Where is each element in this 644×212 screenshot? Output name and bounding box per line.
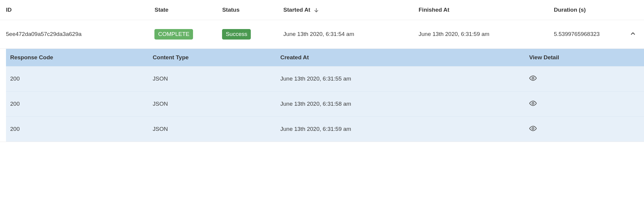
cell-content-type: JSON xyxy=(153,116,280,142)
col-header-content-type[interactable]: Content Type xyxy=(153,49,280,66)
view-detail-button[interactable] xyxy=(529,125,537,132)
cell-content-type: JSON xyxy=(153,66,280,91)
job-row: 5ee472da09a57c29da3a629a COMPLETE Succes… xyxy=(0,20,644,49)
job-detail-row: Response Code Content Type Created At Vi… xyxy=(0,49,644,142)
response-row: 200 JSON June 13th 2020, 6:31:59 am xyxy=(6,116,644,142)
view-detail-button[interactable] xyxy=(529,74,537,82)
status-badge-success: Success xyxy=(222,29,251,40)
cell-content-type: JSON xyxy=(153,91,280,116)
cell-created-at: June 13th 2020, 6:31:55 am xyxy=(280,66,529,91)
responses-table: Response Code Content Type Created At Vi… xyxy=(6,49,644,142)
col-header-state[interactable]: State xyxy=(154,0,222,20)
cell-id: 5ee472da09a57c29da3a629a xyxy=(0,20,154,49)
cell-response-code: 200 xyxy=(6,66,153,91)
col-header-response-code[interactable]: Response Code xyxy=(6,49,153,66)
responses-header-row: Response Code Content Type Created At Vi… xyxy=(6,49,644,66)
response-row: 200 JSON June 13th 2020, 6:31:55 am xyxy=(6,66,644,91)
cell-status: Success xyxy=(222,20,283,49)
eye-icon xyxy=(529,74,537,82)
col-header-id[interactable]: ID xyxy=(0,0,154,20)
col-header-finished-at[interactable]: Finished At xyxy=(419,0,554,20)
sort-descending-icon xyxy=(314,7,319,13)
jobs-table-header-row: ID State Status Started At Finished At D… xyxy=(0,0,644,20)
col-header-status[interactable]: Status xyxy=(222,0,283,20)
response-row: 200 JSON June 13th 2020, 6:31:58 am xyxy=(6,91,644,116)
cell-created-at: June 13th 2020, 6:31:59 am xyxy=(280,116,529,142)
cell-response-code: 200 xyxy=(6,116,153,142)
state-badge-complete: COMPLETE xyxy=(154,29,193,40)
cell-state: COMPLETE xyxy=(154,20,222,49)
col-header-started-at[interactable]: Started At xyxy=(283,0,419,20)
col-header-expand xyxy=(625,0,644,20)
jobs-table: ID State Status Started At Finished At D… xyxy=(0,0,644,142)
svg-point-1 xyxy=(532,77,534,79)
cell-finished-at: June 13th 2020, 6:31:59 am xyxy=(419,20,554,49)
collapse-row-button[interactable] xyxy=(630,30,636,37)
view-detail-button[interactable] xyxy=(529,99,537,107)
cell-duration: 5.5399765968323 xyxy=(554,20,625,49)
cell-response-code: 200 xyxy=(6,91,153,116)
col-header-duration[interactable]: Duration (s) xyxy=(554,0,625,20)
eye-icon xyxy=(529,125,537,132)
col-header-created-at[interactable]: Created At xyxy=(280,49,529,66)
svg-point-3 xyxy=(532,128,534,130)
svg-point-2 xyxy=(532,102,534,105)
cell-started-at: June 13th 2020, 6:31:54 am xyxy=(283,20,419,49)
cell-created-at: June 13th 2020, 6:31:58 am xyxy=(280,91,529,116)
chevron-up-icon xyxy=(630,30,636,37)
eye-icon xyxy=(529,99,537,107)
col-header-view-detail: View Detail xyxy=(529,49,644,66)
